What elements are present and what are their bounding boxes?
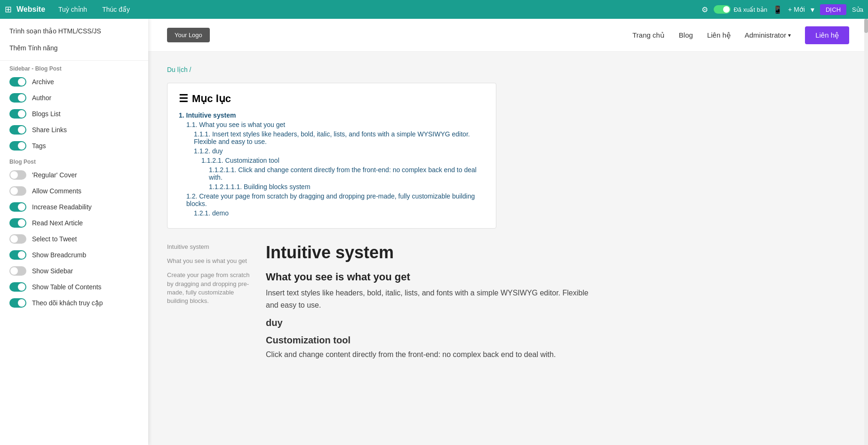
sidebar-nav-create: Create your page from scratch by draggin… [167,271,252,305]
toc-link-1-1-2-1-1[interactable]: 1.1.2.1.1. Click and change content dire… [209,166,477,181]
toc-item-1-1-1: 1.1.1. Insert text styles like headers, … [179,130,485,145]
toggle-increase-readability-label: Increase Readability [32,203,92,211]
chevron-down-icon[interactable]: ▾ [811,5,814,14]
article-main: Intuitive system What you see is what yo… [266,243,590,367]
sidebar-nav-intuitive: Intuitive system [167,243,252,251]
published-toggle[interactable]: Đã xuất bản [714,5,767,14]
nav-thuc-day[interactable]: Thúc đẩy [98,4,134,15]
page-content: Du lịch / ☰ Mục lục 1. Intuitive system … [148,52,868,381]
article-sidebar: Intuitive system What you see is what yo… [167,243,252,367]
site-name: Website [16,5,45,14]
toggle-tags-switch[interactable] [9,141,26,151]
published-label: Đã xuất bản [733,6,767,13]
article-section-duy: duy [266,318,590,328]
toggle-show-toc-switch[interactable] [9,282,26,292]
top-navigation: ⊞ Website Tuỳ chỉnh Thúc đẩy ⚙ Đã xuất b… [0,0,868,19]
nav-link-home[interactable]: Trang chủ [632,31,665,40]
toc-link-1-2[interactable]: 1.2. Create your page from scratch by dr… [186,192,475,207]
toc-link-1-1-2-1-1-1[interactable]: 1.1.2.1.1.1. Building blocks system [209,183,311,191]
toggle-blogs-list-switch[interactable] [9,109,26,119]
toggle-read-next: Read Next Article [0,215,148,231]
toc-item-1-1-2-1: 1.1.2.1. Customization tool [179,157,485,164]
menu-item-features[interactable]: Thêm Tính năng [0,40,148,56]
toc-icon: ☰ [179,93,188,105]
toggle-track-visitors-switch[interactable] [9,298,26,308]
toggle-regular-cover-label: 'Regular' Cover [32,171,77,179]
article-paragraph-2: Click and change content directly from t… [266,349,590,361]
website-nav: Trang chủ Blog Liên hệ Administrator ▾ L… [632,26,849,44]
toc-item-1-1-2: 1.1.2. duy [179,147,485,155]
toggle-show-sidebar-switch[interactable] [9,266,26,276]
settings-icon[interactable]: ⚙ [701,5,708,14]
toggle-track-visitors-label: Theo dõi khách truy cập [32,299,103,307]
toc-item-1-1-2-1-1: 1.1.2.1.1. Click and change content dire… [179,166,485,181]
toggle-show-sidebar: Show Sidebar [0,263,148,279]
article-section-custom: Customization tool [266,335,590,346]
toggle-read-next-switch[interactable] [9,218,26,228]
toc-item-1-2: 1.2. Create your page from scratch by dr… [179,192,485,207]
breadcrumb: Du lịch / [167,66,849,73]
section-sidebar-label: Sidebar - Blog Post [0,61,148,74]
section-blogpost-label: Blog Post [0,154,148,167]
toggle-share-links: Share Links [0,122,148,138]
nav-tuy-chinh[interactable]: Tuỳ chỉnh [55,4,91,15]
toc-link-1-1-1[interactable]: 1.1.1. Insert text styles like headers, … [194,130,470,145]
breadcrumb-separator: / [190,66,191,73]
grid-icon[interactable]: ⊞ [5,4,12,15]
toggle-share-links-switch[interactable] [9,125,26,135]
toggle-show-breadcrumb-label: Show Breadcrumb [32,251,86,259]
toggle-allow-comments: Allow Comments [0,183,148,199]
toc-item-1-1-2-1-1-1: 1.1.2.1.1.1. Building blocks system [179,183,485,191]
toggle-allow-comments-label: Allow Comments [32,187,81,195]
sidebar-panel: Trình soạn thảo HTML/CSS/JS Thêm Tính nă… [0,19,148,381]
toggle-share-links-label: Share Links [32,126,67,134]
article-layout: Intuitive system What you see is what yo… [167,243,590,367]
right-scrollbar[interactable] [864,19,868,381]
published-toggle-switch[interactable] [714,5,731,14]
admin-caret-icon: ▾ [788,32,791,39]
toggle-select-tweet-switch[interactable] [9,234,26,244]
scrollbar-thumb[interactable] [864,19,868,33]
toggle-author-switch[interactable] [9,93,26,103]
toggle-show-toc: Show Table of Contents [0,279,148,295]
toc-link-1-2-1[interactable]: 1.2.1. demo [194,209,229,217]
mobile-icon[interactable]: 📱 [773,5,782,14]
toggle-archive: Archive [0,74,148,90]
toc-link-1-1-2-1[interactable]: 1.1.2.1. Customization tool [201,157,279,164]
toc-item-1-1: 1.1. What you see is what you get [179,121,485,128]
website-header: Your Logo Trang chủ Blog Liên hệ Adminis… [148,19,868,52]
article-heading: Intuitive system [266,243,590,262]
menu-item-editor[interactable]: Trình soạn thảo HTML/CSS/JS [0,23,148,40]
toggle-author-label: Author [32,94,51,102]
dich-button[interactable]: DỊCH [820,4,846,15]
toggle-tags: Tags [0,138,148,154]
nav-link-admin[interactable]: Administrator ▾ [745,31,791,39]
main-content: Your Logo Trang chủ Blog Liên hệ Adminis… [148,19,868,381]
toggle-tags-label: Tags [32,142,46,150]
new-button[interactable]: + Mới [788,6,805,13]
toc-link-1-1-2[interactable]: 1.1.2. duy [194,147,223,155]
nav-link-blog[interactable]: Blog [679,31,693,39]
toggle-regular-cover-switch[interactable] [9,170,26,180]
article-subheading: What you see is what you get [266,271,590,283]
nav-link-contact[interactable]: Liên hệ [707,31,731,40]
toc-item-1: 1. Intuitive system [179,111,485,119]
sua-button[interactable]: Sửa [852,6,863,13]
toggle-select-tweet-label: Select to Tweet [32,235,77,243]
toggle-increase-readability-switch[interactable] [9,202,26,212]
site-logo: Your Logo [167,28,210,42]
breadcrumb-home[interactable]: Du lịch [167,66,188,73]
toggle-archive-label: Archive [32,78,54,86]
top-nav-right: ⚙ Đã xuất bản 📱 + Mới ▾ DỊCH Sửa [701,4,863,15]
toc-list: 1. Intuitive system 1.1. What you see is… [179,111,485,217]
toggle-blogs-list-label: Blogs List [32,110,61,118]
toggle-archive-switch[interactable] [9,77,26,87]
toggle-track-visitors: Theo dõi khách truy cập [0,295,148,311]
toggle-show-breadcrumb-switch[interactable] [9,250,26,260]
toc-link-1-1[interactable]: 1.1. What you see is what you get [186,121,285,128]
contact-button[interactable]: Liên hệ [805,26,849,44]
toggle-increase-readability: Increase Readability [0,199,148,215]
toggle-allow-comments-switch[interactable] [9,186,26,196]
toc-link-1[interactable]: 1. Intuitive system [179,111,236,119]
toggle-blogs-list: Blogs List [0,106,148,122]
